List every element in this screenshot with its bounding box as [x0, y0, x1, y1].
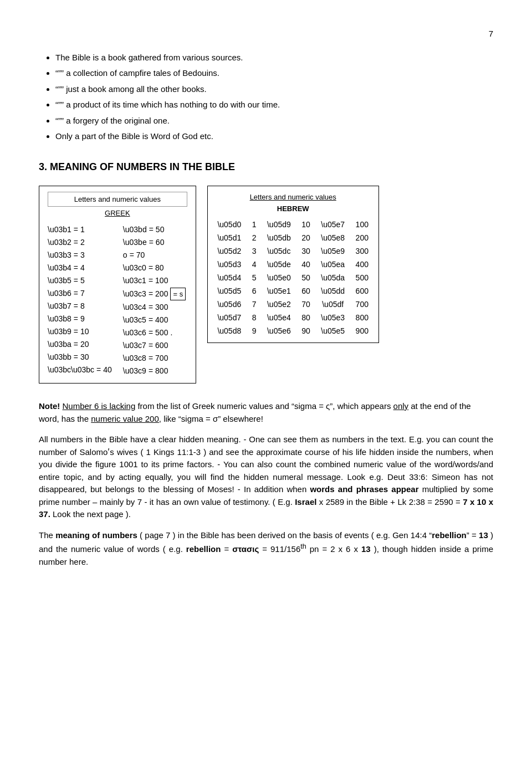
greek-row: o=70 — [123, 249, 187, 262]
heb-cell: \u05d5 — [216, 285, 243, 297]
sigma-box: = s — [170, 288, 186, 301]
hebrew-table-header: Letters and numeric values — [216, 192, 370, 203]
heb-cell: 50 — [300, 272, 312, 284]
heb-cell: 200 — [354, 232, 370, 244]
greek-row: \u03b2=2 — [48, 236, 112, 249]
heb-cell: 9 — [250, 325, 258, 337]
greek-row: \u03c0=80 — [123, 262, 187, 274]
greek-row: \u03b5=5 — [48, 274, 112, 287]
heb-cell: \u05e8 — [320, 232, 346, 244]
heb-cell: \u05d8 — [216, 325, 243, 337]
heb-cell: 20 — [300, 232, 312, 244]
greek-row: \u03b9=10 — [48, 325, 112, 338]
greek-row: \u03b4=4 — [48, 262, 112, 274]
paragraph-1: All numbers in the Bible have a clear hi… — [39, 433, 493, 521]
heb-cell: \u05d3 — [216, 259, 243, 270]
heb-cell: \u05d1 — [216, 232, 243, 244]
greek-row: \u03c3=200= s — [123, 287, 187, 301]
greek-row: \u03c6=500 . — [123, 326, 187, 339]
tables-container: Letters and numeric values GREEK \u03b1=… — [39, 186, 493, 384]
greek-grid: \u03b1=1 \u03b2=2 \u03b3=3 \u03b4=4 \u03… — [48, 223, 187, 378]
heb-cell: 3 — [250, 246, 258, 257]
heb-cell: 40 — [300, 259, 312, 270]
section-title: 3. MEANING OF NUMBERS IN THE BIBLE — [39, 160, 493, 175]
heb-cell: 80 — [300, 312, 312, 324]
greek-row: \u03bb=30 — [48, 351, 112, 364]
paragraph-2: The meaning of numbers ( page 7 ) in the… — [39, 529, 493, 569]
heb-cell: \u05de — [265, 259, 292, 270]
note-prefix: Note! Number 6 is lacking from the list … — [39, 401, 471, 423]
heb-cell: 800 — [354, 312, 370, 324]
heb-cell: 10 — [300, 219, 312, 231]
heb-cell: \u05e5 — [320, 325, 346, 337]
heb-cell: 30 — [300, 246, 312, 257]
bullet-item: “”” just a book among all the other book… — [55, 83, 493, 96]
greek-row: \u03c9=800 — [123, 365, 187, 377]
heb-cell: 600 — [354, 285, 370, 297]
greek-table: Letters and numeric values GREEK \u03b1=… — [39, 186, 196, 384]
greek-table-subheader: GREEK — [48, 208, 187, 219]
heb-cell: \u05d2 — [216, 246, 243, 257]
heb-cell: 500 — [354, 272, 370, 284]
greek-table-header: Letters and numeric values — [48, 192, 187, 207]
heb-cell: \u05e4 — [265, 312, 292, 324]
greek-row: \u03c7=600 — [123, 339, 187, 352]
heb-cell: \u05e9 — [320, 246, 346, 257]
greek-row: \u03bc\u03bc=40 — [48, 364, 112, 376]
heb-cell: \u05dc — [265, 246, 292, 257]
heb-cell: 700 — [354, 299, 370, 310]
hebrew-table-subheader: HEBREW — [216, 203, 370, 214]
greek-row: \u03b7=8 — [48, 300, 112, 313]
greek-left-col: \u03b1=1 \u03b2=2 \u03b3=3 \u03b4=4 \u03… — [48, 223, 112, 378]
heb-cell: \u05da — [320, 272, 346, 284]
greek-row: \u03b3=3 — [48, 249, 112, 262]
heb-cell: \u05e7 — [320, 219, 346, 231]
heb-cell: \u05d7 — [216, 312, 243, 324]
heb-cell: 6 — [250, 285, 258, 297]
heb-cell: \u05e6 — [265, 325, 292, 337]
heb-cell: 5 — [250, 272, 258, 284]
heb-cell: 90 — [300, 325, 312, 337]
bullet-item: “”” a product of its time which has noth… — [55, 99, 493, 111]
heb-cell: \u05d6 — [216, 299, 243, 310]
heb-cell: \u05e1 — [265, 285, 292, 297]
heb-cell: 7 — [250, 299, 258, 310]
greek-row: \u03b8=9 — [48, 313, 112, 325]
heb-cell: 2 — [250, 232, 258, 244]
greek-row: \u03be=60 — [123, 236, 187, 249]
note-underline-only: only — [393, 401, 409, 411]
heb-cell: 1 — [250, 219, 258, 231]
heb-cell: 8 — [250, 312, 258, 324]
greek-row: \u03c5=400 — [123, 314, 187, 326]
heb-cell: \u05e2 — [265, 299, 292, 310]
greek-row: \u03b6=7 — [48, 287, 112, 300]
note-underline-2: numeric value 200, — [91, 414, 161, 423]
heb-cell: \u05e0 — [265, 272, 292, 284]
bullet-item: Only a part of the Bible is Word of God … — [55, 130, 493, 143]
heb-cell: 60 — [300, 285, 312, 297]
greek-row: \u03ba=20 — [48, 338, 112, 351]
greek-row: \u03c4=300 — [123, 301, 187, 314]
note-section: Note! Number 6 is lacking from the list … — [39, 400, 493, 425]
hebrew-table: Letters and numeric values HEBREW \u05d0… — [207, 186, 379, 343]
note-underline-1: Number 6 is lacking — [63, 401, 136, 411]
greek-right-col: \u03bd=50 \u03be=60 o=70 \u03c0=80 \u03c… — [123, 223, 187, 378]
bullet-item: The Bible is a book gathered from variou… — [55, 52, 493, 64]
heb-cell: \u05db — [265, 232, 292, 244]
greek-row: \u03c8=700 — [123, 352, 187, 365]
page-number: 7 — [39, 28, 493, 40]
heb-cell: \u05d4 — [216, 272, 243, 284]
hebrew-grid: \u05d01\u05d910\u05e7100 \u05d12\u05db20… — [216, 219, 370, 337]
greek-row: \u03c1=100 — [123, 274, 187, 287]
heb-cell: 900 — [354, 325, 370, 337]
bullet-item: “”” a forgery of the original one. — [55, 115, 493, 127]
bullet-item: “”” a collection of campfire tales of Be… — [55, 67, 493, 80]
heb-cell: 4 — [250, 259, 258, 270]
heb-cell: 400 — [354, 259, 370, 270]
greek-row: \u03b1=1 — [48, 223, 112, 236]
heb-cell: \u05ea — [320, 259, 346, 270]
heb-cell: \u05dd — [320, 285, 346, 297]
heb-cell: 300 — [354, 246, 370, 257]
heb-cell: \u05df — [320, 299, 346, 310]
heb-cell: \u05d0 — [216, 219, 243, 231]
